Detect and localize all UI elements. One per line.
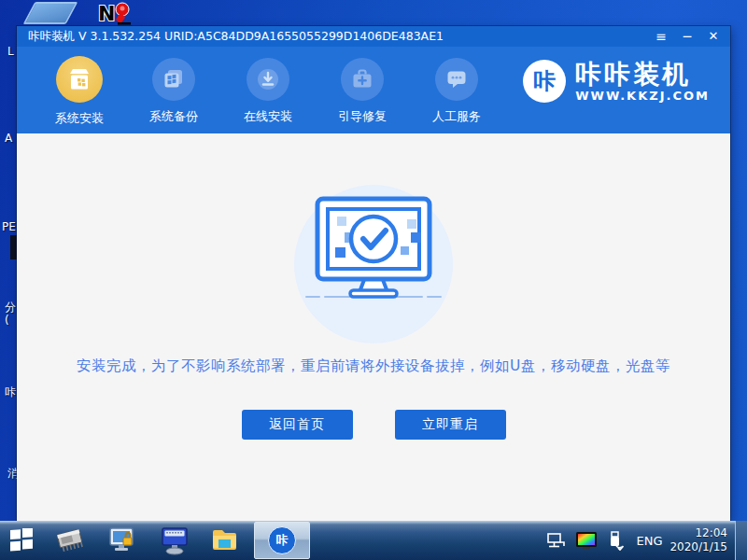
- display-color-icon[interactable]: [575, 531, 598, 550]
- install-complete-monitor-icon: [285, 191, 462, 303]
- usb-device-icon[interactable]: [607, 530, 624, 551]
- desktop-icon-label[interactable]: PE: [2, 220, 16, 233]
- title-bar[interactable]: 咔咔装机 V 3.1.532.254 URID:A5C84DD9A1655055…: [17, 26, 730, 47]
- clock-time: 12:04: [669, 526, 727, 540]
- desktop-screen-icon[interactable]: [23, 2, 78, 24]
- taskbar-screen-lock-icon[interactable]: [105, 522, 140, 559]
- taskbar-kaka-app-button[interactable]: 咔: [254, 522, 310, 559]
- taskbar-clock[interactable]: 12:04 2020/1/15: [669, 526, 727, 554]
- desktop-icon-label[interactable]: A: [5, 132, 12, 145]
- desktop-icon-label[interactable]: L: [7, 45, 14, 58]
- system-tray: ENG 12:04 2020/1/15: [541, 521, 747, 560]
- show-desktop-button[interactable]: [735, 521, 747, 560]
- nav-item-system-install[interactable]: 系统安装: [44, 54, 115, 127]
- kaka-logo-icon: 咔: [523, 60, 566, 103]
- brand-url: WWW.KKZJ.COM: [575, 89, 710, 103]
- package-icon: [56, 56, 103, 103]
- taskbar: 咔: [0, 521, 747, 560]
- taskbar-file-explorer-icon[interactable]: [207, 522, 243, 559]
- svg-text:N: N: [98, 2, 115, 25]
- minimize-icon[interactable]: ─: [674, 26, 700, 47]
- desktop-icon-label[interactable]: 咔: [5, 385, 16, 399]
- toolbox-icon: [341, 58, 384, 101]
- nav-label: 人工服务: [432, 108, 481, 125]
- desktop: N L A PE 分 ( 咔 消 咔咔装机 V 3.1.532.254 URID…: [0, 0, 747, 560]
- backup-icon: [152, 58, 195, 101]
- taskbar-memory-chip-icon[interactable]: [52, 522, 88, 559]
- taskbar-on-screen-keyboard-icon[interactable]: [157, 522, 192, 559]
- kaka-app-icon: 咔: [268, 526, 296, 554]
- window-title: 咔咔装机 V 3.1.532.254 URID:A5C84DD9A1655055…: [28, 29, 444, 45]
- nav-item-boot-repair[interactable]: 引导修复: [327, 54, 398, 127]
- start-button[interactable]: [4, 522, 39, 559]
- nav-label: 系统备份: [149, 108, 198, 125]
- brand-title: 咔咔装机: [575, 61, 710, 89]
- clock-date: 2020/1/15: [669, 540, 727, 554]
- close-icon[interactable]: ✕: [700, 26, 726, 47]
- network-icon[interactable]: [545, 531, 566, 550]
- brand-logo: 咔 咔咔装机 WWW.KKZJ.COM: [523, 60, 710, 103]
- chat-icon: [435, 58, 478, 101]
- windows-logo-icon: [9, 528, 34, 553]
- nav-item-online-install[interactable]: 在线安装: [233, 54, 303, 127]
- restart-now-button[interactable]: 立即重启: [395, 410, 506, 440]
- status-message: 安装完成，为了不影响系统部署，重启前请将外接设备拔掉，例如U盘，移动硬盘，光盘等: [17, 357, 730, 376]
- main-content: 安装完成，为了不影响系统部署，重启前请将外接设备拔掉，例如U盘，移动硬盘，光盘等…: [17, 133, 730, 521]
- desktop-register-key-icon[interactable]: N: [97, 1, 136, 25]
- return-home-button[interactable]: 返回首页: [242, 410, 353, 440]
- nav-bar: 系统安装: [17, 47, 730, 133]
- menu-icon[interactable]: ≡: [648, 26, 674, 47]
- desktop-icon-label[interactable]: 分 (: [5, 301, 16, 327]
- nav-label: 在线安装: [244, 108, 292, 125]
- language-indicator[interactable]: ENG: [636, 534, 662, 548]
- nav-item-system-backup[interactable]: 系统备份: [138, 54, 209, 127]
- download-icon: [247, 58, 289, 101]
- nav-label: 系统安装: [55, 110, 104, 127]
- kaka-installer-window: 咔咔装机 V 3.1.532.254 URID:A5C84DD9A1655055…: [17, 26, 730, 521]
- nav-label: 引导修复: [338, 108, 387, 125]
- nav-item-human-service[interactable]: 人工服务: [421, 54, 492, 127]
